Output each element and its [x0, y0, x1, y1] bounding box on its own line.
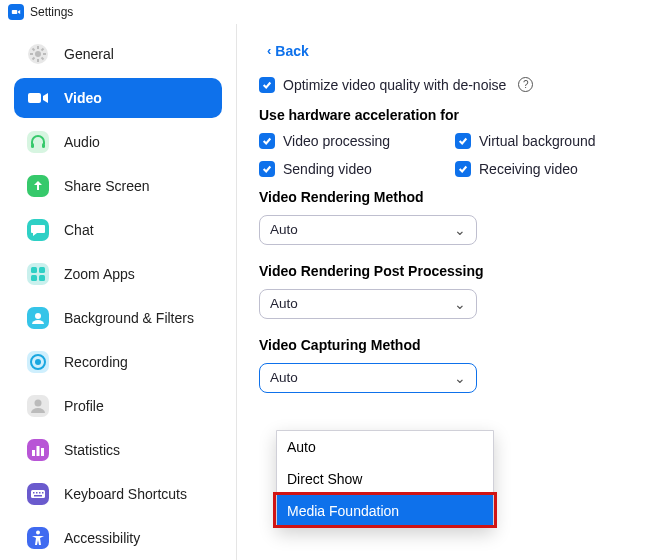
svg-rect-39	[34, 495, 42, 497]
capturing-method-option-direct-show[interactable]: Direct Show	[277, 463, 493, 495]
back-button[interactable]: ‹ Back	[267, 43, 309, 59]
sidebar-item-label: Audio	[64, 134, 100, 150]
post-processing-heading: Video Rendering Post Processing	[259, 263, 641, 279]
hw-sending-video-checkbox[interactable]	[259, 161, 275, 177]
chevron-down-icon: ⌄	[454, 222, 466, 238]
svg-rect-19	[39, 267, 45, 273]
settings-sidebar: General Video Audio Share Screen Chat	[0, 24, 237, 560]
sidebar-item-share-screen[interactable]: Share Screen	[14, 166, 222, 206]
sidebar-item-label: Share Screen	[64, 178, 150, 194]
sidebar-item-label: General	[64, 46, 114, 62]
chevron-down-icon: ⌄	[454, 370, 466, 386]
capturing-method-select[interactable]: Auto ⌄	[259, 363, 477, 393]
zoom-app-icon	[8, 4, 24, 20]
svg-rect-30	[32, 450, 35, 456]
svg-rect-13	[31, 143, 34, 148]
svg-line-9	[33, 58, 35, 60]
chat-icon	[26, 218, 50, 242]
gear-icon	[26, 42, 50, 66]
sidebar-item-zoom-apps[interactable]: Zoom Apps	[14, 254, 222, 294]
accessibility-icon	[26, 526, 50, 550]
apps-icon	[26, 262, 50, 286]
svg-rect-35	[33, 492, 35, 494]
svg-rect-12	[27, 131, 49, 153]
sidebar-item-audio[interactable]: Audio	[14, 122, 222, 162]
capturing-method-dropdown: Auto Direct Show Media Foundation	[276, 430, 494, 528]
video-icon	[26, 86, 50, 110]
sidebar-item-label: Accessibility	[64, 530, 140, 546]
svg-point-2	[35, 51, 41, 57]
sidebar-item-label: Recording	[64, 354, 128, 370]
hw-sending-video-label: Sending video	[283, 161, 372, 177]
post-processing-select[interactable]: Auto ⌄	[259, 289, 477, 319]
sidebar-item-label: Keyboard Shortcuts	[64, 486, 187, 502]
svg-point-26	[35, 359, 41, 365]
svg-rect-11	[28, 93, 41, 103]
sidebar-item-label: Chat	[64, 222, 94, 238]
sidebar-item-label: Background & Filters	[64, 310, 194, 326]
svg-rect-21	[39, 275, 45, 281]
profile-icon	[26, 394, 50, 418]
hw-virtual-background-label: Virtual background	[479, 133, 595, 149]
capturing-method-heading: Video Capturing Method	[259, 337, 641, 353]
help-icon[interactable]: ?	[518, 77, 533, 92]
svg-point-28	[35, 400, 42, 407]
titlebar: Settings	[0, 0, 663, 24]
sidebar-item-general[interactable]: General	[14, 34, 222, 74]
svg-point-23	[35, 313, 41, 319]
svg-rect-20	[31, 275, 37, 281]
rendering-method-select[interactable]: Auto ⌄	[259, 215, 477, 245]
hw-virtual-background-checkbox[interactable]	[455, 133, 471, 149]
svg-line-8	[42, 58, 44, 60]
svg-rect-32	[41, 448, 44, 456]
capturing-method-option-auto[interactable]: Auto	[277, 431, 493, 463]
hw-receiving-video-label: Receiving video	[479, 161, 578, 177]
headphones-icon	[26, 130, 50, 154]
rendering-method-value: Auto	[270, 222, 298, 237]
capturing-method-value: Auto	[270, 370, 298, 385]
svg-rect-31	[37, 446, 40, 456]
back-label: Back	[275, 43, 308, 59]
sidebar-item-chat[interactable]: Chat	[14, 210, 222, 250]
hw-receiving-video-checkbox[interactable]	[455, 161, 471, 177]
hw-video-processing-label: Video processing	[283, 133, 390, 149]
sidebar-item-keyboard-shortcuts[interactable]: Keyboard Shortcuts	[14, 474, 222, 514]
svg-rect-14	[42, 143, 45, 148]
svg-line-7	[33, 49, 35, 51]
background-icon	[26, 306, 50, 330]
svg-rect-37	[39, 492, 41, 494]
sidebar-item-statistics[interactable]: Statistics	[14, 430, 222, 470]
sidebar-item-label: Video	[64, 90, 102, 106]
sidebar-item-video[interactable]: Video	[14, 78, 222, 118]
chevron-left-icon: ‹	[267, 43, 271, 58]
sidebar-item-background-filters[interactable]: Background & Filters	[14, 298, 222, 338]
svg-rect-18	[31, 267, 37, 273]
window-title: Settings	[30, 5, 73, 19]
hw-accel-heading: Use hardware acceleration for	[259, 107, 641, 123]
keyboard-icon	[26, 482, 50, 506]
svg-rect-34	[31, 490, 45, 498]
sidebar-item-recording[interactable]: Recording	[14, 342, 222, 382]
sidebar-item-label: Statistics	[64, 442, 120, 458]
post-processing-value: Auto	[270, 296, 298, 311]
svg-rect-38	[42, 492, 44, 494]
svg-line-10	[42, 49, 44, 51]
recording-icon	[26, 350, 50, 374]
rendering-method-heading: Video Rendering Method	[259, 189, 641, 205]
capturing-method-option-media-foundation[interactable]: Media Foundation	[277, 495, 493, 527]
svg-rect-36	[36, 492, 38, 494]
statistics-icon	[26, 438, 50, 462]
sidebar-item-label: Profile	[64, 398, 104, 414]
hw-video-processing-checkbox[interactable]	[259, 133, 275, 149]
sidebar-item-profile[interactable]: Profile	[14, 386, 222, 426]
svg-rect-0	[12, 10, 17, 14]
svg-rect-17	[27, 263, 49, 285]
svg-point-41	[36, 531, 40, 535]
optimize-denoise-label: Optimize video quality with de-noise	[283, 77, 506, 93]
sidebar-item-label: Zoom Apps	[64, 266, 135, 282]
share-screen-icon	[26, 174, 50, 198]
optimize-denoise-checkbox[interactable]	[259, 77, 275, 93]
sidebar-item-accessibility[interactable]: Accessibility	[14, 518, 222, 558]
chevron-down-icon: ⌄	[454, 296, 466, 312]
